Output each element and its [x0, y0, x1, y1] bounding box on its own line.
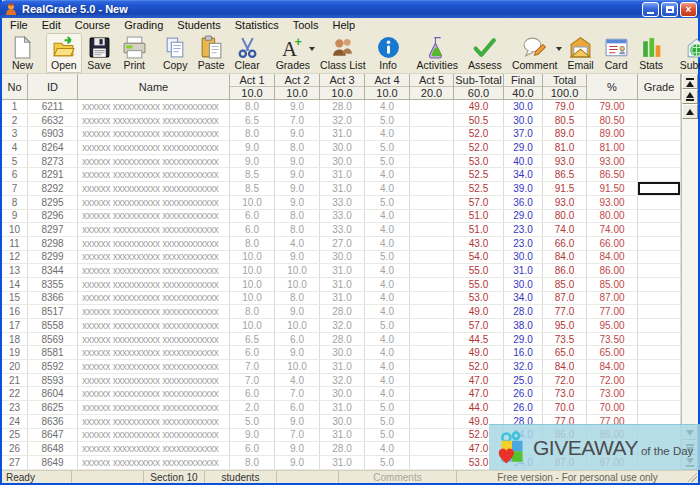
grid-cell[interactable]: 52.0 [454, 360, 504, 373]
grid-cell[interactable]: 5.0 [365, 141, 410, 154]
grid-cell[interactable]: 85.00 [587, 278, 638, 291]
grid-cell[interactable]: 10.0 [230, 319, 275, 332]
grid-cell[interactable]: xxxxxx xxxxxxxxxx xxxxxxxxxxxx [78, 278, 230, 291]
grid-cell[interactable]: xxxxxx xxxxxxxxxx xxxxxxxxxxxx [78, 168, 230, 181]
grid-cell[interactable]: 86.5 [543, 168, 587, 181]
scroll-to-top-button[interactable] [682, 74, 698, 89]
grid-cell[interactable]: 87.0 [543, 292, 587, 305]
grid-cell[interactable]: 37.0 [504, 127, 543, 140]
grid-cell[interactable]: 4.0 [365, 292, 410, 305]
grid-cell[interactable]: 34.0 [504, 292, 543, 305]
grid-cell[interactable]: 9.0 [275, 305, 320, 318]
grid-cell[interactable]: 29.0 [504, 333, 543, 346]
grid-cell[interactable]: 31.0 [320, 429, 365, 442]
grid-cell[interactable]: 8.0 [230, 127, 275, 140]
grid-cell[interactable] [410, 127, 454, 140]
grid-cell[interactable]: 30.0 [320, 141, 365, 154]
grid-cell[interactable]: xxxxxx xxxxxxxxxx xxxxxxxxxxxx [78, 127, 230, 140]
grid-cell[interactable]: 8 [2, 196, 28, 209]
grid-cell[interactable] [638, 223, 681, 236]
grid-cell[interactable]: 16.0 [504, 346, 543, 359]
grid-cell[interactable]: 8.0 [230, 305, 275, 318]
email-button[interactable]: Email [562, 33, 598, 73]
grid-cell[interactable]: 8296 [28, 210, 78, 223]
grid-cell[interactable]: 18 [2, 333, 28, 346]
grid-cell[interactable]: 79.00 [587, 100, 638, 113]
grid-cell[interactable]: 4.0 [365, 278, 410, 291]
grid-cell[interactable]: 14 [2, 278, 28, 291]
maximize-button[interactable] [661, 2, 678, 17]
grid-cell[interactable] [638, 196, 681, 209]
grid-cell[interactable]: 7.0 [230, 360, 275, 373]
grid-cell[interactable]: xxxxxx xxxxxxxxxx xxxxxxxxxxxx [78, 210, 230, 223]
save-button[interactable]: Save [82, 33, 117, 73]
grid-cell[interactable]: 72.0 [543, 374, 587, 387]
grid-cell[interactable]: xxxxxx xxxxxxxxxx xxxxxxxxxxxx [78, 141, 230, 154]
info-button[interactable]: Info [371, 33, 406, 73]
grid-cell[interactable] [638, 387, 681, 400]
grid-cell[interactable] [638, 127, 681, 140]
grid-cell[interactable]: 43.0 [454, 237, 504, 250]
grid-cell[interactable]: 31.0 [504, 264, 543, 277]
grid-cell[interactable]: 33.0 [320, 223, 365, 236]
grid-cell[interactable] [410, 319, 454, 332]
grid-cell[interactable]: 32.0 [504, 360, 543, 373]
grid-cell[interactable] [410, 333, 454, 346]
grid-cell[interactable]: 86.00 [587, 264, 638, 277]
grid-cell[interactable]: 4.0 [365, 127, 410, 140]
grid-cell[interactable]: 51.0 [454, 223, 504, 236]
grid-cell[interactable]: 13 [2, 264, 28, 277]
grid-cell[interactable]: xxxxxx xxxxxxxxxx xxxxxxxxxxxx [78, 264, 230, 277]
submit-button[interactable]: Submit [675, 33, 700, 73]
grid-cell[interactable]: 81.00 [587, 141, 638, 154]
grid-cell[interactable]: 7.0 [275, 387, 320, 400]
grid-cell[interactable]: 87.00 [587, 292, 638, 305]
grid-cell[interactable]: 9.0 [275, 182, 320, 195]
grid-cell[interactable]: 93.0 [543, 196, 587, 209]
grid-cell[interactable]: 30.0 [320, 346, 365, 359]
grid-cell[interactable] [410, 100, 454, 113]
grid-cell[interactable]: 34.0 [504, 168, 543, 181]
grid-cell[interactable]: 49.0 [454, 346, 504, 359]
title-bar[interactable]: RealGrade 5.0 - New × [0, 0, 700, 18]
grid-cell[interactable]: 40.0 [504, 155, 543, 168]
grid-cell[interactable] [638, 155, 681, 168]
grid-cell[interactable]: 8.0 [230, 100, 275, 113]
grid-cell[interactable]: 8569 [28, 333, 78, 346]
grid-cell[interactable]: 30.0 [320, 251, 365, 264]
grid-cell[interactable]: xxxxxx xxxxxxxxxx xxxxxxxxxxxx [78, 223, 230, 236]
grid-cell[interactable]: 27 [2, 456, 28, 469]
grid-cell[interactable]: 89.00 [587, 127, 638, 140]
grid-cell[interactable]: xxxxxx xxxxxxxxxx xxxxxxxxxxxx [78, 456, 230, 469]
grid-cell[interactable]: 8.5 [230, 182, 275, 195]
grid-cell[interactable]: 23 [2, 401, 28, 414]
grid-cell[interactable]: 44.5 [454, 333, 504, 346]
grid-cell[interactable]: 28.0 [320, 305, 365, 318]
grid-cell[interactable]: 81.0 [543, 141, 587, 154]
grid-cell[interactable]: 3 [2, 127, 28, 140]
close-button[interactable]: × [680, 2, 697, 17]
grid-cell[interactable] [638, 292, 681, 305]
grid-cell[interactable]: 8593 [28, 374, 78, 387]
grid-cell[interactable]: 30.0 [504, 100, 543, 113]
grid-cell[interactable]: 91.50 [587, 182, 638, 195]
class-list-button[interactable]: Class List [315, 33, 371, 73]
grid-cell[interactable]: 95.0 [543, 319, 587, 332]
grid-cell[interactable] [638, 374, 681, 387]
grid-cell[interactable] [638, 141, 681, 154]
grid-cell[interactable] [410, 182, 454, 195]
grid-cell[interactable]: 31.0 [320, 168, 365, 181]
grid-cell[interactable]: xxxxxx xxxxxxxxxx xxxxxxxxxxxx [78, 114, 230, 127]
grid-cell[interactable]: 86.50 [587, 168, 638, 181]
grid-cell[interactable]: 74.0 [543, 223, 587, 236]
grid-cell[interactable]: 9.0 [275, 196, 320, 209]
card-button[interactable]: Card [599, 33, 634, 73]
grid-cell[interactable] [410, 387, 454, 400]
grid-cell[interactable]: 7.0 [230, 374, 275, 387]
grid-cell[interactable]: 10.0 [230, 278, 275, 291]
grid-cell[interactable]: 9.0 [275, 100, 320, 113]
grid-cell[interactable]: 4.0 [275, 374, 320, 387]
grid-cell[interactable]: 31.0 [320, 360, 365, 373]
grid-cell[interactable] [638, 100, 681, 113]
grid-cell[interactable]: 8.0 [230, 237, 275, 250]
